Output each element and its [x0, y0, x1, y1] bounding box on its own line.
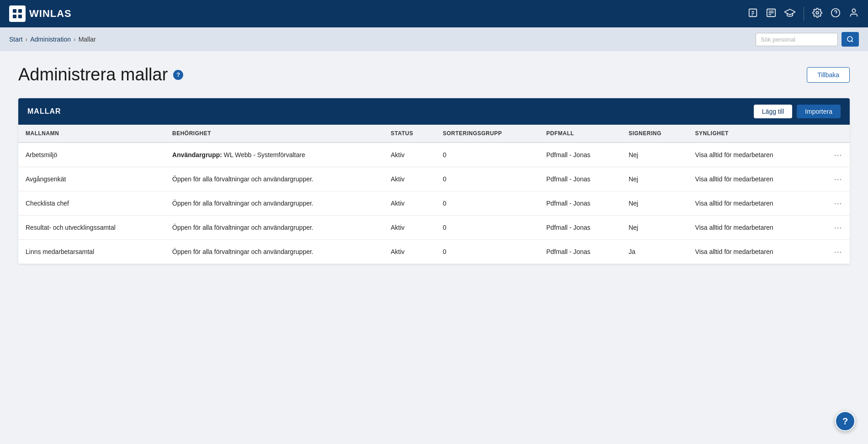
topnav-right-icons [748, 7, 859, 21]
breadcrumb: Start › Administration › Mallar [9, 36, 96, 43]
cell-signering: Nej [621, 167, 688, 191]
row-actions-menu[interactable]: ··· [818, 191, 850, 216]
cell-pdfmall: Pdfmall - Jonas [539, 143, 621, 167]
cell-sortering: 0 [435, 216, 539, 240]
col-signering: SIGNERING [621, 125, 688, 143]
page-content: Administrera mallar ? Tillbaka MALLAR Lä… [0, 51, 868, 278]
svg-line-18 [852, 41, 853, 42]
page-title: Administrera mallar [18, 65, 168, 85]
col-status: STATUS [383, 125, 435, 143]
search-button[interactable] [842, 32, 859, 47]
logo-icon [9, 5, 26, 22]
import-button[interactable]: Importera [797, 105, 841, 118]
breadcrumb-sep-1: › [26, 36, 28, 43]
svg-point-17 [847, 37, 852, 42]
add-button[interactable]: Lägg till [754, 105, 792, 118]
breadcrumb-current: Mallar [79, 36, 96, 43]
user-icon[interactable] [849, 8, 859, 20]
cell-signering: Nej [621, 191, 688, 216]
cell-behorighet: Öppen för alla förvaltningar och använda… [165, 191, 383, 216]
cell-mallnamn: Arbetsmiljö [18, 143, 165, 167]
cell-status: Aktiv [383, 191, 435, 216]
col-behorighet: BEHÖRIGHET [165, 125, 383, 143]
cell-sortering: 0 [435, 191, 539, 216]
cell-synlighet: Visa alltid för medarbetaren [688, 167, 818, 191]
cell-mallnamn: Linns medarbetarsamtal [18, 240, 165, 264]
breadcrumb-sep-2: › [74, 36, 76, 43]
svg-point-16 [852, 9, 855, 12]
table-card-header: MALLAR Lägg till Importera [18, 98, 850, 125]
cell-behorighet: Öppen för alla förvaltningar och använda… [165, 216, 383, 240]
table-row: Avgångsenkät Öppen för alla förvaltninga… [18, 167, 850, 191]
mallar-table-card: MALLAR Lägg till Importera MALLNAMN BEHÖ… [18, 98, 850, 264]
cell-sortering: 0 [435, 240, 539, 264]
table-row: Resultat- och utvecklingssamtal Öppen fö… [18, 216, 850, 240]
cell-sortering: 0 [435, 143, 539, 167]
graduation-icon[interactable] [784, 8, 795, 20]
cell-behorighet: Öppen för alla förvaltningar och använda… [165, 167, 383, 191]
cell-mallnamn: Resultat- och utvecklingssamtal [18, 216, 165, 240]
cell-behorighet: Användargrupp: WL Webb - Systemförvaltar… [165, 143, 383, 167]
row-actions-menu[interactable]: ··· [818, 240, 850, 264]
cell-status: Aktiv [383, 216, 435, 240]
cell-mallnamn: Checklista chef [18, 191, 165, 216]
table-row: Linns medarbetarsamtal Öppen för alla fö… [18, 240, 850, 264]
cell-synlighet: Visa alltid för medarbetaren [688, 216, 818, 240]
col-synlighet: SYNLIGHET [688, 125, 818, 143]
svg-rect-1 [18, 9, 22, 13]
cell-pdfmall: Pdfmall - Jonas [539, 216, 621, 240]
search-input[interactable] [756, 33, 838, 46]
info-icon[interactable] [748, 8, 758, 20]
table-actions: Lägg till Importera [754, 105, 841, 118]
cell-synlighet: Visa alltid för medarbetaren [688, 191, 818, 216]
page-title-wrap: Administrera mallar ? [18, 65, 183, 85]
mallar-table: MALLNAMN BEHÖRIGHET STATUS SORTERINGSGRU… [18, 125, 850, 264]
newspaper-icon[interactable] [766, 8, 776, 20]
svg-rect-0 [13, 9, 16, 13]
breadcrumb-bar: Start › Administration › Mallar [0, 27, 868, 51]
cell-status: Aktiv [383, 240, 435, 264]
row-actions-menu[interactable]: ··· [818, 167, 850, 191]
cell-synlighet: Visa alltid för medarbetaren [688, 240, 818, 264]
title-help-icon[interactable]: ? [173, 70, 183, 80]
cell-signering: Ja [621, 240, 688, 264]
breadcrumb-search-area [756, 32, 859, 47]
svg-point-13 [816, 11, 819, 14]
cell-signering: Nej [621, 143, 688, 167]
table-row: Checklista chef Öppen för alla förvaltni… [18, 191, 850, 216]
top-navigation: WinLas [0, 0, 868, 27]
settings-icon[interactable] [812, 8, 822, 20]
cell-status: Aktiv [383, 143, 435, 167]
svg-marker-12 [784, 9, 795, 15]
table-header-row: MALLNAMN BEHÖRIGHET STATUS SORTERINGSGRU… [18, 125, 850, 143]
cell-sortering: 0 [435, 167, 539, 191]
page-header: Administrera mallar ? Tillbaka [18, 65, 850, 85]
breadcrumb-administration[interactable]: Administration [30, 36, 71, 43]
svg-rect-3 [18, 15, 22, 18]
cell-status: Aktiv [383, 167, 435, 191]
row-actions-menu[interactable]: ··· [818, 216, 850, 240]
logo-text: WinLas [29, 8, 72, 20]
cell-pdfmall: Pdfmall - Jonas [539, 167, 621, 191]
help-icon[interactable] [831, 8, 841, 20]
cell-synlighet: Visa alltid för medarbetaren [688, 143, 818, 167]
svg-rect-2 [13, 15, 16, 18]
table-title: MALLAR [27, 107, 61, 116]
col-mallnamn: MALLNAMN [18, 125, 165, 143]
cell-behorighet: Öppen för alla förvaltningar och använda… [165, 240, 383, 264]
cell-signering: Nej [621, 216, 688, 240]
cell-pdfmall: Pdfmall - Jonas [539, 240, 621, 264]
app-logo[interactable]: WinLas [9, 5, 72, 22]
col-sortering: SORTERINGSGRUPP [435, 125, 539, 143]
cell-pdfmall: Pdfmall - Jonas [539, 191, 621, 216]
table-row: Arbetsmiljö Användargrupp: WL Webb - Sys… [18, 143, 850, 167]
back-button[interactable]: Tillbaka [807, 67, 850, 83]
cell-mallnamn: Avgångsenkät [18, 167, 165, 191]
nav-divider [804, 7, 804, 21]
breadcrumb-start[interactable]: Start [9, 36, 23, 43]
col-pdfmall: PDFMALL [539, 125, 621, 143]
col-actions [818, 125, 850, 143]
row-actions-menu[interactable]: ··· [818, 143, 850, 167]
